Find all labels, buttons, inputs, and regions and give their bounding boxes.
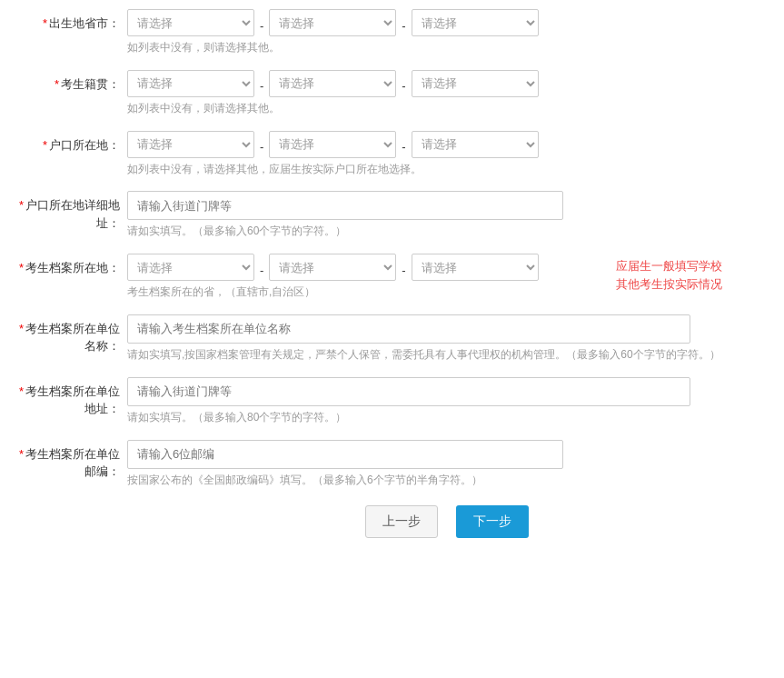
required-star-4: * bbox=[19, 198, 24, 212]
required-star-7: * bbox=[19, 384, 24, 398]
archive-address-input[interactable] bbox=[127, 377, 690, 406]
archive-postcode-label: *考生档案所在单位邮编： bbox=[18, 440, 127, 481]
residence-detail-hint: 请如实填写。（最多输入60个字节的字符。） bbox=[127, 224, 766, 239]
birthplace-select-1[interactable]: 请选择 bbox=[127, 9, 254, 36]
archive-unit-content: 请如实填写,按国家档案管理有关规定，严禁个人保管，需委托具有人事代理权的机构管理… bbox=[127, 314, 766, 363]
separator-8: - bbox=[402, 258, 405, 277]
archive-address-row: *考生档案所在单位地址： 请如实填写。（最多输入80个字节的字符。） bbox=[18, 377, 766, 425]
hometown-select-3[interactable]: 请选择 bbox=[412, 70, 539, 97]
residence-select-group: 请选择 - 请选择 - 请选择 bbox=[127, 131, 766, 158]
separator-2: - bbox=[402, 14, 405, 33]
archive-address-label: *考生档案所在单位地址： bbox=[18, 377, 127, 418]
archive-location-select-1[interactable]: 请选择 bbox=[127, 254, 254, 281]
separator-6: - bbox=[402, 135, 405, 154]
residence-detail-content: 请如实填写。（最多输入60个字节的字符。） bbox=[127, 191, 766, 239]
archive-location-select-2[interactable]: 请选择 bbox=[269, 254, 396, 281]
archive-location-row: *考生档案所在地： 请选择 - 请选择 - 请选择 考生档案所在的省，（直辖市,… bbox=[18, 254, 766, 300]
hometown-label: *考生籍贯： bbox=[18, 70, 127, 94]
hometown-select-group: 请选择 - 请选择 - 请选择 bbox=[127, 70, 766, 97]
birthplace-select-2[interactable]: 请选择 bbox=[269, 9, 396, 36]
residence-detail-input[interactable] bbox=[127, 191, 563, 220]
required-star-3: * bbox=[43, 138, 47, 152]
next-button[interactable]: 下一步 bbox=[456, 505, 529, 538]
birthplace-content: 请选择 - 请选择 - 请选择 如列表中没有，则请选择其他。 bbox=[127, 9, 766, 55]
separator-1: - bbox=[260, 14, 263, 33]
prev-button[interactable]: 上一步 bbox=[365, 505, 438, 538]
birthplace-label: *出生地省市： bbox=[18, 9, 127, 33]
required-star-6: * bbox=[19, 322, 24, 335]
archive-postcode-input[interactable] bbox=[127, 440, 563, 469]
archive-location-tooltip: 应届生一般填写学校其他考生按实际情况 bbox=[616, 257, 757, 293]
birthplace-row: *出生地省市： 请选择 - 请选择 - 请选择 如列表中没有，则请选择其他。 bbox=[18, 9, 766, 55]
archive-address-content: 请如实填写。（最多输入80个字节的字符。） bbox=[127, 377, 766, 425]
hometown-select-1[interactable]: 请选择 bbox=[127, 70, 254, 97]
archive-unit-hint: 请如实填写,按国家档案管理有关规定，严禁个人保管，需委托具有人事代理权的机构管理… bbox=[127, 347, 766, 363]
required-star: * bbox=[43, 16, 47, 30]
residence-select-2[interactable]: 请选择 bbox=[269, 131, 396, 158]
hometown-row: *考生籍贯： 请选择 - 请选择 - 请选择 如列表中没有，则请选择其他。 bbox=[18, 70, 766, 116]
archive-postcode-hint: 按国家公布的《全国邮政编码》填写。（最多输入6个字节的半角字符。） bbox=[127, 473, 766, 488]
separator-5: - bbox=[260, 135, 263, 154]
required-star-2: * bbox=[55, 77, 59, 91]
birthplace-select-3[interactable]: 请选择 bbox=[412, 9, 539, 36]
separator-7: - bbox=[260, 258, 263, 277]
archive-location-select-3[interactable]: 请选择 bbox=[412, 254, 539, 281]
hometown-content: 请选择 - 请选择 - 请选择 如列表中没有，则请选择其他。 bbox=[127, 70, 766, 116]
hometown-hint: 如列表中没有，则请选择其他。 bbox=[127, 101, 766, 116]
button-group: 上一步 下一步 bbox=[127, 505, 766, 538]
residence-select-1[interactable]: 请选择 bbox=[127, 131, 254, 158]
birthplace-select-group: 请选择 - 请选择 - 请选择 bbox=[127, 9, 766, 36]
separator-4: - bbox=[402, 74, 405, 93]
residence-row: *户口所在地： 请选择 - 请选择 - 请选择 如列表中没有，请选择其他，应届生… bbox=[18, 131, 766, 177]
archive-location-label: *考生档案所在地： bbox=[18, 254, 127, 277]
birthplace-hint: 如列表中没有，则请选择其他。 bbox=[127, 40, 766, 55]
archive-unit-input[interactable] bbox=[127, 314, 690, 344]
residence-select-3[interactable]: 请选择 bbox=[412, 131, 539, 158]
archive-unit-row: *考生档案所在单位名称： 请如实填写,按国家档案管理有关规定，严禁个人保管，需委… bbox=[18, 314, 766, 363]
residence-detail-row: *户口所在地详细地址： 请如实填写。（最多输入60个字节的字符。） bbox=[18, 191, 766, 239]
archive-postcode-row: *考生档案所在单位邮编： 按国家公布的《全国邮政编码》填写。（最多输入6个字节的… bbox=[18, 440, 766, 488]
residence-hint: 如列表中没有，请选择其他，应届生按实际户口所在地选择。 bbox=[127, 162, 766, 177]
archive-postcode-content: 按国家公布的《全国邮政编码》填写。（最多输入6个字节的半角字符。） bbox=[127, 440, 766, 488]
separator-3: - bbox=[260, 74, 263, 93]
residence-content: 请选择 - 请选择 - 请选择 如列表中没有，请选择其他，应届生按实际户口所在地… bbox=[127, 131, 766, 177]
required-star-8: * bbox=[19, 447, 24, 461]
hometown-select-2[interactable]: 请选择 bbox=[269, 70, 396, 97]
required-star-5: * bbox=[19, 261, 24, 274]
archive-unit-label: *考生档案所在单位名称： bbox=[18, 314, 127, 355]
residence-label: *户口所在地： bbox=[18, 131, 127, 155]
archive-address-hint: 请如实填写。（最多输入80个字节的字符。） bbox=[127, 410, 766, 425]
residence-detail-label: *户口所在地详细地址： bbox=[18, 191, 127, 232]
form-container: *出生地省市： 请选择 - 请选择 - 请选择 如列表中没有，则请选择其他。 * bbox=[0, 0, 784, 556]
